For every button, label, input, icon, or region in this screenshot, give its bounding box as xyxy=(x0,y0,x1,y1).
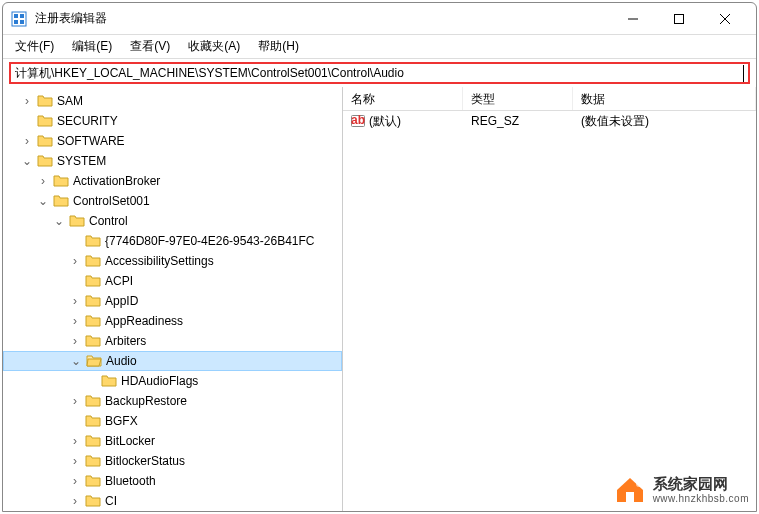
tree-item-audio[interactable]: ⌄ Audio xyxy=(3,351,342,371)
chevron-right-icon[interactable]: › xyxy=(67,453,83,469)
column-header-data[interactable]: 数据 xyxy=(573,87,756,110)
tree-label: ControlSet001 xyxy=(73,194,150,208)
tree-item-control[interactable]: ⌄ Control xyxy=(3,211,342,231)
tree-label: Control xyxy=(89,214,128,228)
tree-label: SYSTEM xyxy=(57,154,106,168)
maximize-button[interactable] xyxy=(656,3,702,35)
tree-label: SOFTWARE xyxy=(57,134,125,148)
tree-item-guid[interactable]: {7746D80F-97E0-4E26-9543-26B41FC xyxy=(3,231,342,251)
tree-item-controlset001[interactable]: ⌄ ControlSet001 xyxy=(3,191,342,211)
tree-item-activationbroker[interactable]: › ActivationBroker xyxy=(3,171,342,191)
tree-item-acpi[interactable]: ACPI xyxy=(3,271,342,291)
folder-icon xyxy=(85,453,101,469)
list-cell-data: (数值未设置) xyxy=(573,111,756,132)
tree-item-backuprestore[interactable]: › BackupRestore xyxy=(3,391,342,411)
tree-label: Audio xyxy=(106,354,137,368)
chevron-right-icon[interactable]: › xyxy=(35,173,51,189)
tree-label: BitLocker xyxy=(105,434,155,448)
svg-rect-6 xyxy=(675,14,684,23)
watermark: 系统家园网 www.hnzkhbsb.com xyxy=(613,476,749,504)
tree-label: BackupRestore xyxy=(105,394,187,408)
chevron-right-icon[interactable]: › xyxy=(67,253,83,269)
chevron-down-icon[interactable]: ⌄ xyxy=(51,213,67,229)
tree-label: ActivationBroker xyxy=(73,174,160,188)
watermark-title: 系统家园网 xyxy=(653,476,749,493)
value-name: (默认) xyxy=(369,113,401,130)
tree-label: {7746D80F-97E0-4E26-9543-26B41FC xyxy=(105,234,314,248)
tree-label: HDAudioFlags xyxy=(121,374,198,388)
tree-pane[interactable]: › SAM SECURITY › SOFTWARE ⌄ SYSTEM › xyxy=(3,87,343,511)
chevron-right-icon[interactable]: › xyxy=(67,493,83,509)
tree-item-software[interactable]: › SOFTWARE xyxy=(3,131,342,151)
list-pane: 名称 类型 数据 ab (默认) REG_SZ (数值未设置) xyxy=(343,87,756,511)
tree-item-security[interactable]: SECURITY xyxy=(3,111,342,131)
tree-label: Bluetooth xyxy=(105,474,156,488)
folder-icon xyxy=(85,333,101,349)
folder-open-icon xyxy=(86,353,102,369)
menu-file[interactable]: 文件(F) xyxy=(7,35,62,58)
tree-label: SECURITY xyxy=(57,114,118,128)
titlebar: 注册表编辑器 xyxy=(3,3,756,35)
tree-label: SAM xyxy=(57,94,83,108)
tree-label: AppReadiness xyxy=(105,314,183,328)
menu-view[interactable]: 查看(V) xyxy=(122,35,178,58)
string-value-icon: ab xyxy=(351,114,365,128)
tree-label: AppID xyxy=(105,294,138,308)
tree-item-bgfx[interactable]: BGFX xyxy=(3,411,342,431)
tree-item-sam[interactable]: › SAM xyxy=(3,91,342,111)
tree-item-system[interactable]: ⌄ SYSTEM xyxy=(3,151,342,171)
svg-rect-2 xyxy=(20,14,24,18)
minimize-button[interactable] xyxy=(610,3,656,35)
chevron-down-icon[interactable]: ⌄ xyxy=(35,193,51,209)
menu-favorites[interactable]: 收藏夹(A) xyxy=(180,35,248,58)
chevron-right-icon[interactable]: › xyxy=(67,313,83,329)
svg-text:ab: ab xyxy=(351,114,365,127)
list-header: 名称 类型 数据 xyxy=(343,87,756,111)
tree-item-bitlocker[interactable]: › BitLocker xyxy=(3,431,342,451)
svg-rect-3 xyxy=(14,20,18,24)
close-button[interactable] xyxy=(702,3,748,35)
menu-edit[interactable]: 编辑(E) xyxy=(64,35,120,58)
tree-label: BGFX xyxy=(105,414,138,428)
list-cell-type: REG_SZ xyxy=(463,112,573,130)
chevron-right-icon[interactable]: › xyxy=(67,393,83,409)
column-header-name[interactable]: 名称 xyxy=(343,87,463,110)
folder-icon xyxy=(85,273,101,289)
list-row[interactable]: ab (默认) REG_SZ (数值未设置) xyxy=(343,111,756,131)
tree-item-ci[interactable]: › CI xyxy=(3,491,342,511)
folder-icon xyxy=(85,393,101,409)
chevron-right-icon[interactable]: › xyxy=(19,93,35,109)
column-header-type[interactable]: 类型 xyxy=(463,87,573,110)
tree-label: Arbiters xyxy=(105,334,146,348)
folder-icon xyxy=(53,193,69,209)
tree-item-appid[interactable]: › AppID xyxy=(3,291,342,311)
folder-icon xyxy=(37,133,53,149)
chevron-right-icon[interactable]: › xyxy=(19,133,35,149)
tree-item-accessibilitysettings[interactable]: › AccessibilitySettings xyxy=(3,251,342,271)
chevron-right-icon[interactable]: › xyxy=(67,473,83,489)
chevron-right-icon[interactable]: › xyxy=(67,293,83,309)
menu-help[interactable]: 帮助(H) xyxy=(250,35,307,58)
folder-icon xyxy=(69,213,85,229)
window-title: 注册表编辑器 xyxy=(35,10,610,27)
chevron-down-icon[interactable]: ⌄ xyxy=(68,353,84,369)
tree-label: AccessibilitySettings xyxy=(105,254,214,268)
chevron-right-icon[interactable]: › xyxy=(67,433,83,449)
tree-item-hdaudioflags[interactable]: HDAudioFlags xyxy=(3,371,342,391)
tree-label: ACPI xyxy=(105,274,133,288)
chevron-right-icon[interactable]: › xyxy=(67,333,83,349)
tree-item-bitlockerstatus[interactable]: › BitlockerStatus xyxy=(3,451,342,471)
folder-icon xyxy=(85,293,101,309)
folder-icon xyxy=(85,493,101,509)
folder-icon xyxy=(85,313,101,329)
folder-icon xyxy=(53,173,69,189)
folder-icon xyxy=(101,373,117,389)
address-path: 计算机\HKEY_LOCAL_MACHINE\SYSTEM\ControlSet… xyxy=(15,65,744,82)
folder-icon xyxy=(85,433,101,449)
menubar: 文件(F) 编辑(E) 查看(V) 收藏夹(A) 帮助(H) xyxy=(3,35,756,59)
chevron-down-icon[interactable]: ⌄ xyxy=(19,153,35,169)
tree-item-appreadiness[interactable]: › AppReadiness xyxy=(3,311,342,331)
tree-item-arbiters[interactable]: › Arbiters xyxy=(3,331,342,351)
address-bar[interactable]: 计算机\HKEY_LOCAL_MACHINE\SYSTEM\ControlSet… xyxy=(9,62,750,84)
tree-item-bluetooth[interactable]: › Bluetooth xyxy=(3,471,342,491)
